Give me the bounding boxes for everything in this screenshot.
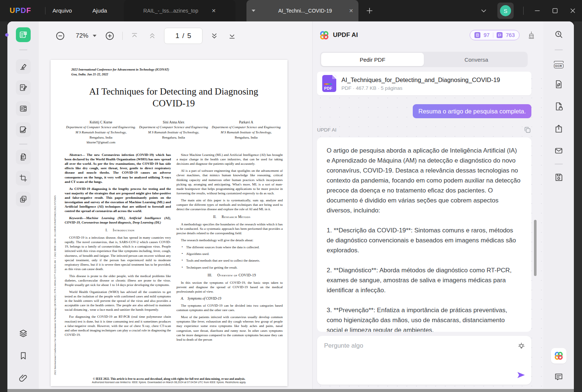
close-window-button[interactable] [569, 7, 577, 15]
page-credits-icon [474, 32, 480, 38]
badge-divider [493, 33, 493, 38]
layers-button[interactable] [18, 328, 28, 338]
share-button[interactable] [554, 124, 564, 133]
layers-icon [18, 328, 28, 338]
save-button[interactable] [554, 173, 564, 182]
last-page-button[interactable] [228, 31, 236, 40]
page-copy-tool-button[interactable] [16, 150, 31, 164]
feedback-button[interactable] [554, 372, 564, 382]
author-inst: M S Ramaiah Institute of Technology, [137, 130, 210, 135]
license-line: Authorized licensed use limited to: IEEE… [51, 381, 287, 384]
previous-page-icon [148, 31, 157, 40]
attachment-button[interactable] [18, 373, 28, 383]
organize-pages-tool-button[interactable] [16, 101, 31, 116]
clear-chat-button[interactable] [527, 31, 536, 40]
ask-input[interactable] [317, 336, 509, 359]
pdf-page[interactable]: 2022 International Conference for Advanc… [51, 60, 287, 386]
stamp-icon [19, 195, 28, 204]
bullet-item: •Algorithms used. [177, 252, 283, 256]
tab-ai-techniques-document[interactable]: AI_Techni..._COVID-19 ✕ [246, 0, 358, 21]
author-dept: Department of Computer Science and Engin… [65, 125, 137, 130]
close-tab-icon[interactable]: ✕ [211, 8, 216, 14]
highlighter-icon [19, 62, 28, 71]
previous-page-button[interactable] [148, 31, 157, 40]
feedback-comment-icon [554, 372, 564, 382]
updf-ai-button[interactable] [551, 348, 566, 364]
assistant-response-card[interactable]: O artigo de pesquisa aborda a aplicação … [317, 137, 531, 332]
body-paragraph: A methodology specifies the boundaries o… [177, 222, 283, 235]
page-number-box[interactable]: 1 / 5 [164, 28, 202, 44]
chevron-down-icon[interactable] [480, 7, 488, 15]
file-meta: PDF · 467.7 KB · 5 páginas [341, 85, 500, 91]
ocr-button[interactable]: OCR [554, 61, 564, 68]
body-paragraph: Since Machine Learning (ML) and Artifici… [177, 153, 283, 166]
lightbulb-icon [517, 342, 526, 351]
pdf-file-card[interactable]: PDF AI_Techniques_for_Detecting_and_Diag… [317, 72, 531, 95]
window-bottom-edge [7, 389, 574, 392]
paper-side-text: 2022 International Conference for Advanc… [54, 195, 56, 375]
account-button[interactable]: S [497, 3, 514, 19]
prompt-ideas-button[interactable] [517, 342, 526, 351]
assistant-header-row: UPDF AI [317, 126, 531, 134]
crop-tool-button[interactable] [16, 171, 31, 185]
author-city: Bengaluru, India [137, 135, 210, 140]
zoom-out-button[interactable] [55, 31, 65, 41]
conference-line: 2022 International Conference for Advanc… [71, 67, 283, 72]
page-copy-icon [19, 153, 28, 161]
bookmark-icon [18, 351, 28, 361]
response-paragraph: 2. **Diagnóstico**: Aborda métodos de di… [327, 265, 522, 295]
fill-sign-icon [19, 125, 28, 134]
author-dept: Department of Computer Science and Engin… [210, 125, 282, 130]
reader-icon [19, 30, 28, 39]
new-tab-button[interactable] [365, 6, 374, 15]
chat-scrollbar[interactable] [534, 220, 537, 276]
author-name: Kshitij C Kurne [65, 120, 137, 125]
bullet-item: •The different sources from where the da… [177, 245, 283, 249]
stamp-tool-button[interactable] [16, 192, 31, 207]
tab-chat[interactable]: Conversa [425, 52, 528, 67]
ask-input-card[interactable] [317, 336, 531, 385]
bullet-item: •Tools and methods that are used to coll… [177, 258, 283, 263]
window-edge-right [574, 21, 582, 392]
protect-button[interactable] [554, 102, 564, 111]
send-button[interactable] [516, 370, 526, 380]
copyright-line: © IEEE 2022. This article is free to acc… [51, 377, 287, 381]
reader-tool-button[interactable] [16, 27, 31, 42]
abstract-paragraph: Abstract— The new Coronavirus infection … [65, 153, 171, 184]
document-viewport[interactable]: 2022 International Conference for Advanc… [39, 50, 312, 389]
minimize-button[interactable] [533, 7, 541, 15]
first-page-button[interactable] [130, 31, 139, 40]
rail-divider [19, 50, 27, 50]
bookmark-button[interactable] [18, 351, 28, 361]
maximize-icon [551, 7, 559, 15]
tab-ask-pdf[interactable]: Pedir PDF [321, 53, 424, 66]
zoom-dropdown-caret-icon[interactable] [93, 35, 96, 37]
zoom-in-button[interactable] [105, 31, 115, 41]
body-paragraph: This disease is prone to the older peopl… [65, 274, 171, 287]
search-button[interactable] [554, 30, 564, 39]
close-tab-icon[interactable]: ✕ [349, 8, 353, 14]
organize-pages-icon [19, 104, 28, 113]
fill-sign-tool-button[interactable] [16, 122, 31, 137]
assistant-label: UPDF AI [317, 127, 337, 133]
copy-response-button[interactable] [524, 126, 531, 134]
updf-logo: UPDF [10, 6, 31, 15]
convert-button[interactable] [554, 79, 564, 89]
highlighter-tool-button[interactable] [16, 59, 31, 74]
titlebar: UPDF Arquivo Ajuda RAIL_-_Iss...azines_t… [0, 0, 582, 21]
menu-arquivo[interactable]: Arquivo [49, 0, 76, 21]
user-message-row: Resuma o artigo de pesquisa completa. [317, 104, 531, 118]
next-page-button[interactable] [210, 31, 219, 40]
tab-rail-document[interactable]: RAIL_-_Iss...azines_top ✕ [124, 0, 235, 21]
comment-tool-button[interactable] [16, 80, 31, 95]
ai-panel-tabs: Pedir PDF Conversa [320, 52, 528, 67]
menu-ajuda[interactable]: Ajuda [89, 0, 111, 21]
tab-menu-caret-icon[interactable] [252, 10, 255, 12]
body-paragraph: COVID-19 is a infectious disease, that h… [65, 235, 171, 271]
chat-credits-count: 763 [506, 32, 515, 38]
email-button[interactable] [554, 146, 564, 156]
ai-credits-badge[interactable]: 97 763 [470, 30, 520, 40]
section-heading: III.Overview of COVID-19 [177, 273, 283, 278]
maximize-button[interactable] [551, 7, 559, 15]
body-paragraph: For diagnosing the COVID-19 an RT-PCR (r… [65, 314, 171, 337]
